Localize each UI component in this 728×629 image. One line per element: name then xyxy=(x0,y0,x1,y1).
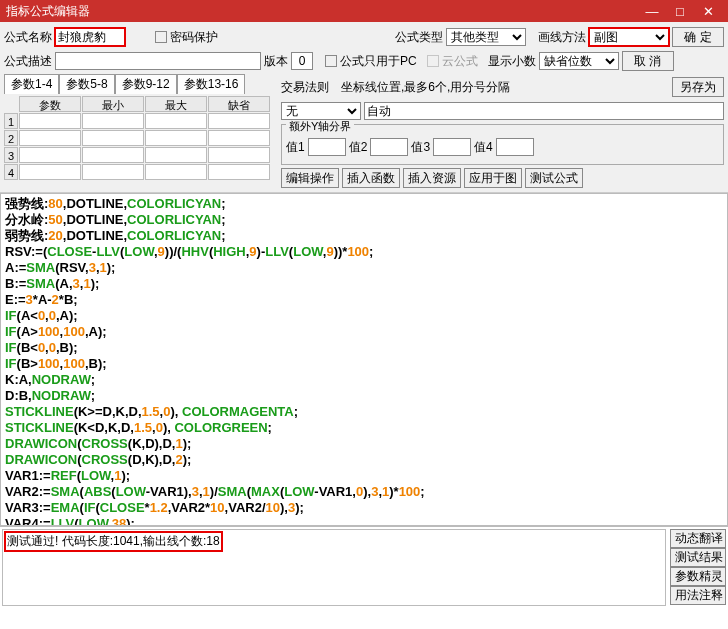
val3-label: 值3 xyxy=(411,139,430,156)
formula-type-label: 公式类型 xyxy=(395,29,443,46)
param-row-4: 4 xyxy=(4,164,18,180)
maximize-button[interactable]: □ xyxy=(666,4,694,19)
extra-y-fieldset: 额外Y轴分界 值1 值2 值3 值4 xyxy=(281,124,724,165)
formula-desc-input[interactable] xyxy=(55,52,261,70)
ok-button[interactable]: 确 定 xyxy=(672,27,724,47)
val2-label: 值2 xyxy=(349,139,368,156)
param-cell[interactable] xyxy=(82,113,144,129)
password-checkbox[interactable] xyxy=(155,31,167,43)
minimize-button[interactable]: — xyxy=(638,4,666,19)
param-tabs: 参数1-4 参数5-8 参数9-12 参数13-16 xyxy=(4,74,270,94)
formula-desc-label: 公式描述 xyxy=(4,53,52,70)
param-wizard-button[interactable]: 参数精灵 xyxy=(670,567,726,586)
param-block: 参数1-4 参数5-8 参数9-12 参数13-16 参数 最小 最大 缺省 1… xyxy=(4,74,270,180)
dynamic-translate-button[interactable]: 动态翻译 xyxy=(670,529,726,548)
message-pane: 测试通过! 代码长度:1041,输出线个数:18 xyxy=(2,529,666,606)
usage-notes-button[interactable]: 用法注释 xyxy=(670,586,726,605)
window-title: 指标公式编辑器 xyxy=(6,3,638,20)
bottom-panel: 测试通过! 代码长度:1041,输出线个数:18 动态翻译 测试结果 参数精灵 … xyxy=(0,526,728,608)
test-formula-button[interactable]: 测试公式 xyxy=(525,168,583,188)
param-cell[interactable] xyxy=(208,113,270,129)
param-hdr-max: 最大 xyxy=(145,96,207,112)
cloud-label: 云公式 xyxy=(442,53,478,70)
pconly-label: 公式只用于PC xyxy=(340,53,417,70)
draw-method-select[interactable]: 副图 xyxy=(589,28,669,46)
formula-name-input[interactable] xyxy=(55,28,125,46)
param-grid: 参数 最小 最大 缺省 1 2 3 4 xyxy=(4,96,270,180)
pconly-checkbox[interactable] xyxy=(325,55,337,67)
tab-params-5-8[interactable]: 参数5-8 xyxy=(59,74,114,94)
param-cell[interactable] xyxy=(145,164,207,180)
formula-name-label: 公式名称 xyxy=(4,29,52,46)
test-result-message: 测试通过! 代码长度:1041,输出线个数:18 xyxy=(5,532,222,551)
param-cell[interactable] xyxy=(19,130,81,146)
param-cell[interactable] xyxy=(145,113,207,129)
param-cell[interactable] xyxy=(145,130,207,146)
tab-params-9-12[interactable]: 参数9-12 xyxy=(115,74,177,94)
param-cell[interactable] xyxy=(208,164,270,180)
param-cell[interactable] xyxy=(145,147,207,163)
param-hdr-min: 最小 xyxy=(82,96,144,112)
param-cell[interactable] xyxy=(82,147,144,163)
param-hdr-def: 缺省 xyxy=(208,96,270,112)
param-cell[interactable] xyxy=(19,113,81,129)
top-panel: 公式名称 密码保护 公式类型 其他类型 画线方法 副图 确 定 公式描述 版本 … xyxy=(0,22,728,193)
right-buttons: 动态翻译 测试结果 参数精灵 用法注释 xyxy=(668,527,728,608)
test-result-button[interactable]: 测试结果 xyxy=(670,548,726,567)
right-block: 交易法则 坐标线位置,最多6个,用分号分隔 另存为 无 额外Y轴分界 值1 值2… xyxy=(281,74,724,188)
version-input[interactable] xyxy=(291,52,313,70)
param-cell[interactable] xyxy=(208,130,270,146)
extra-y-legend: 额外Y轴分界 xyxy=(286,120,354,132)
titlebar: 指标公式编辑器 — □ ✕ xyxy=(0,0,728,22)
edit-op-button[interactable]: 编辑操作 xyxy=(281,168,339,188)
decimal-label: 显示小数 xyxy=(488,53,536,70)
insert-res-button[interactable]: 插入资源 xyxy=(403,168,461,188)
tab-params-1-4[interactable]: 参数1-4 xyxy=(4,74,59,94)
param-row-1: 1 xyxy=(4,113,18,129)
version-label: 版本 xyxy=(264,53,288,70)
val1-input[interactable] xyxy=(308,138,346,156)
save-as-button[interactable]: 另存为 xyxy=(672,77,724,97)
code-editor[interactable]: 强势线:80,DOTLINE,COLORLICYAN;分水岭:50,DOTLIN… xyxy=(0,193,728,526)
coord-input[interactable] xyxy=(364,102,724,120)
param-cell[interactable] xyxy=(208,147,270,163)
param-row-3: 3 xyxy=(4,147,18,163)
cancel-button[interactable]: 取 消 xyxy=(622,51,674,71)
trade-rule-select[interactable]: 无 xyxy=(281,102,361,120)
password-label: 密码保护 xyxy=(170,29,218,46)
insert-func-button[interactable]: 插入函数 xyxy=(342,168,400,188)
param-cell[interactable] xyxy=(19,164,81,180)
val3-input[interactable] xyxy=(433,138,471,156)
param-cell[interactable] xyxy=(82,164,144,180)
trade-rule-label: 交易法则 xyxy=(281,79,329,96)
param-cell[interactable] xyxy=(19,147,81,163)
formula-type-select[interactable]: 其他类型 xyxy=(446,28,526,46)
tab-params-13-16[interactable]: 参数13-16 xyxy=(177,74,246,94)
decimal-select[interactable]: 缺省位数 xyxy=(539,52,619,70)
cloud-checkbox xyxy=(427,55,439,67)
val4-label: 值4 xyxy=(474,139,493,156)
coord-label: 坐标线位置,最多6个,用分号分隔 xyxy=(341,79,510,96)
param-row-2: 2 xyxy=(4,130,18,146)
apply-chart-button[interactable]: 应用于图 xyxy=(464,168,522,188)
draw-method-label: 画线方法 xyxy=(538,29,586,46)
param-hdr-name: 参数 xyxy=(19,96,81,112)
val1-label: 值1 xyxy=(286,139,305,156)
val2-input[interactable] xyxy=(370,138,408,156)
val4-input[interactable] xyxy=(496,138,534,156)
close-button[interactable]: ✕ xyxy=(694,4,722,19)
param-cell[interactable] xyxy=(82,130,144,146)
